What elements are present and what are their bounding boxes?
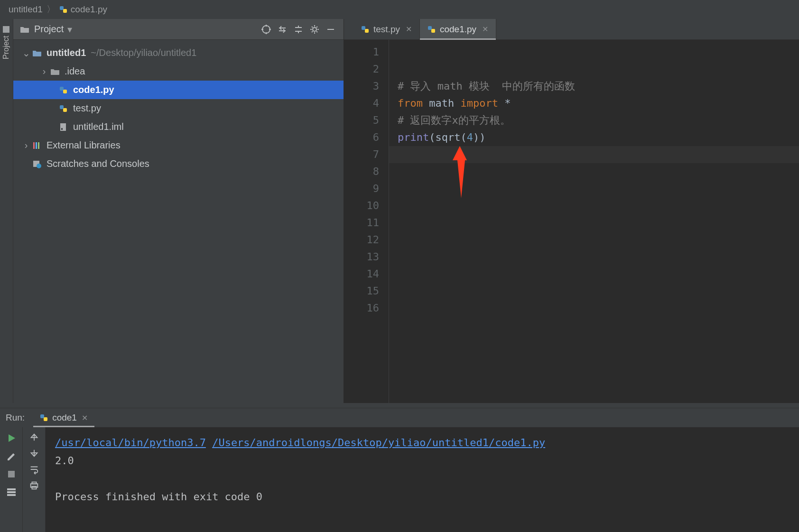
svg-rect-14: [61, 128, 63, 130]
editor-tab-test[interactable]: test.py ✕: [353, 19, 420, 39]
svg-rect-11: [60, 105, 64, 109]
horizontal-divider[interactable]: [0, 403, 799, 408]
python-file-icon: [427, 25, 436, 34]
soft-wrap-button[interactable]: [29, 464, 39, 475]
tree-scratches[interactable]: Scratches and Consoles: [13, 155, 344, 173]
code-line-current: [389, 146, 799, 163]
svg-rect-28: [7, 491, 16, 493]
run-console[interactable]: /usr/local/bin/python3.7 /Users/androidl…: [46, 427, 799, 532]
code-line: [398, 266, 799, 283]
tree-file-code1[interactable]: code1.py: [13, 81, 344, 99]
svg-rect-22: [428, 26, 432, 30]
left-gutter: Project: [0, 19, 13, 403]
project-tool-tab[interactable]: Project: [2, 26, 10, 59]
code-line: # 返回数字x的平方根。: [398, 112, 799, 129]
editor-body[interactable]: 1 2 3 4 5 6 7 8 9 10 11 12 13 14 15 16: [344, 40, 799, 403]
rerun-button[interactable]: [5, 432, 18, 444]
tree-root[interactable]: ⌄ untitled1 ~/Desktop/yiliao/untitled1: [13, 44, 344, 62]
line-number-gutter: 1 2 3 4 5 6 7 8 9 10 11 12 13 14 15 16: [344, 40, 389, 403]
collapse-all-button[interactable]: [291, 22, 306, 37]
run-label: Run:: [6, 413, 25, 423]
expand-all-button[interactable]: [275, 22, 289, 37]
close-icon[interactable]: ✕: [406, 25, 412, 34]
run-console-toolbar: [23, 427, 46, 532]
chevron-right-icon[interactable]: ›: [40, 66, 48, 77]
code-line: [398, 214, 799, 231]
svg-rect-34: [32, 486, 36, 489]
run-side-toolbar: [0, 427, 23, 532]
code-line: [398, 197, 799, 214]
code-line: [398, 44, 799, 61]
python-path-link[interactable]: /usr/local/bin/python3.7: [55, 437, 206, 449]
tree-external-libraries[interactable]: › External Libraries: [13, 136, 344, 155]
code-line: [398, 283, 799, 300]
scroll-down-button[interactable]: [29, 448, 39, 459]
chevron-down-icon[interactable]: ▾: [67, 24, 72, 35]
svg-rect-16: [36, 142, 37, 149]
svg-rect-8: [327, 29, 334, 30]
chevron-down-icon[interactable]: ⌄: [22, 47, 30, 59]
layout-button[interactable]: [5, 486, 18, 498]
python-file-icon: [59, 5, 68, 14]
svg-rect-25: [44, 417, 47, 421]
print-button[interactable]: [29, 480, 39, 491]
svg-rect-23: [431, 29, 435, 33]
tree-root-path: ~/Desktop/yiliao/untitled1: [91, 47, 196, 58]
hide-pane-button[interactable]: [324, 22, 338, 37]
code-line: [398, 163, 799, 180]
svg-rect-12: [63, 108, 67, 112]
breadcrumb-separator-icon: 〉: [46, 3, 56, 16]
run-blank: [55, 470, 790, 488]
project-tree[interactable]: ⌄ untitled1 ~/Desktop/yiliao/untitled1 ›…: [13, 40, 344, 403]
tree-file-iml[interactable]: untitled1.iml: [13, 118, 344, 136]
edit-config-button[interactable]: [5, 450, 18, 462]
breadcrumb: untitled1 〉 code1.py: [0, 0, 799, 19]
project-folder-icon: [31, 49, 43, 57]
chevron-right-icon[interactable]: ›: [22, 140, 30, 151]
tree-root-name: untitled1: [46, 47, 86, 58]
svg-rect-15: [33, 142, 35, 149]
project-pane-header: Project ▾: [13, 19, 344, 40]
svg-rect-0: [60, 6, 64, 10]
close-icon[interactable]: ✕: [82, 413, 88, 422]
project-pane-title[interactable]: Project: [34, 24, 64, 35]
svg-rect-29: [7, 494, 16, 496]
editor-tabs: test.py ✕ code1.py ✕: [344, 19, 799, 40]
python-file-icon: [40, 413, 48, 422]
code-line: [398, 180, 799, 197]
run-exit-line: Process finished with exit code 0: [55, 488, 790, 506]
svg-point-2: [262, 26, 270, 33]
code-area[interactable]: # 导入 math 模块 中的所有的函数 from math import * …: [389, 40, 799, 403]
breadcrumb-project[interactable]: untitled1: [9, 4, 43, 15]
svg-point-19: [37, 164, 41, 168]
svg-rect-27: [7, 488, 16, 490]
libraries-icon: [31, 141, 43, 150]
folder-icon: [49, 68, 61, 75]
tree-file-test[interactable]: test.py: [13, 99, 344, 118]
iml-file-icon: [58, 123, 69, 131]
settings-button[interactable]: [307, 22, 322, 37]
scroll-up-button[interactable]: [29, 432, 39, 442]
code-line: # 导入 math 模块 中的所有的函数: [398, 78, 799, 95]
svg-rect-33: [32, 482, 36, 484]
run-tab-code1[interactable]: code1 ✕: [33, 408, 94, 427]
editor-tab-code1[interactable]: code1.py ✕: [420, 19, 496, 39]
code-line: from math import *: [398, 95, 799, 112]
locate-button[interactable]: [259, 22, 273, 37]
run-pane: Run: code1 ✕ /usr/local/bin/python3.: [0, 408, 799, 532]
breadcrumb-file[interactable]: code1.py: [59, 4, 107, 15]
svg-rect-17: [38, 142, 39, 149]
code-line: [398, 300, 799, 317]
stop-button[interactable]: [5, 468, 18, 480]
svg-rect-10: [63, 90, 67, 93]
project-square-icon: [3, 26, 9, 33]
python-file-icon: [58, 104, 69, 113]
python-file-icon: [361, 25, 370, 34]
svg-rect-20: [362, 26, 365, 30]
close-icon[interactable]: ✕: [482, 25, 488, 34]
python-file-icon: [58, 86, 69, 94]
editor-pane: test.py ✕ code1.py ✕ 1 2 3 4 5 6 7: [344, 19, 799, 403]
project-pane: Project ▾ ⌄ untitled1 ~/Desktop/yiliao/u…: [13, 19, 344, 403]
tree-folder-idea[interactable]: › .idea: [13, 62, 344, 81]
script-path-link[interactable]: /Users/androidlongs/Desktop/yiliao/untit…: [212, 437, 545, 449]
